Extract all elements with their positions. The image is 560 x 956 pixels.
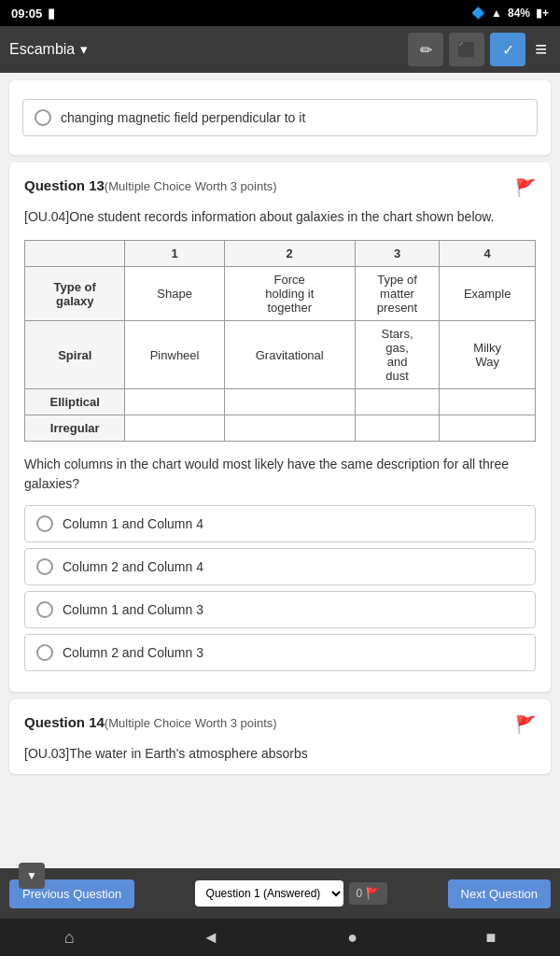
android-square-button[interactable]: ■ (467, 922, 514, 953)
question-14-header: Question 14(Multiple Choice Worth 3 poin… (24, 714, 536, 735)
spiral-force: Gravitational (224, 321, 355, 389)
prev-option-label: changing magnetic field perpendicular to… (61, 110, 305, 125)
question-14-text: [OU.03]The water in Earth's atmosphere a… (24, 744, 536, 764)
galaxy-name-irregular: Irregular (25, 415, 125, 442)
prev-last-option[interactable]: changing magnetic field perpendicular to… (22, 99, 538, 136)
main-content: changing magnetic field perpendicular to… (0, 80, 560, 884)
spiral-matter: Stars,gas,anddust (355, 321, 440, 389)
question-13-title-area: Question 13(Multiple Choice Worth 3 poin… (24, 177, 277, 194)
question-14-subtitle: (Multiple Choice Worth 3 points) (105, 716, 277, 730)
table-col-3: 3 (355, 241, 440, 267)
edit-button[interactable]: ✏ (408, 33, 443, 66)
check-button[interactable]: ✓ (490, 33, 525, 66)
spiral-example: MilkyWay (440, 321, 536, 389)
table-row-irregular: Irregular (25, 415, 536, 442)
radio-option-1[interactable] (36, 515, 53, 532)
circle-icon: ● (347, 928, 357, 947)
question-13-title: Question 13(Multiple Choice Worth 3 poin… (24, 177, 277, 193)
question-14-title: Question 14(Multiple Choice Worth 3 poin… (24, 714, 277, 730)
table-col-2: 2 (224, 241, 355, 267)
table-row-elliptical: Elliptical (25, 389, 536, 415)
hamburger-icon: ≡ (535, 37, 547, 61)
status-bar: 09:05 ▮ 🔷 ▲ 84% ▮+ (0, 0, 560, 26)
galaxy-name-elliptical: Elliptical (25, 389, 125, 415)
nav-title-area: Escambia ▾ (9, 41, 88, 58)
inbox-icon: ⬛ (457, 41, 476, 59)
question-13-card: Question 13(Multiple Choice Worth 3 poin… (9, 162, 551, 692)
radio-option-3[interactable] (36, 601, 53, 618)
option-4-row[interactable]: Column 2 and Column 3 (24, 634, 536, 671)
table-header-example: Example (440, 267, 536, 321)
answered-count: 0 (357, 887, 363, 900)
wifi-icon: ▲ (491, 7, 502, 20)
inbox-button[interactable]: ⬛ (449, 33, 484, 66)
android-back-button[interactable]: ◄ (184, 922, 238, 953)
irregular-matter (355, 415, 440, 442)
table-col-1: 1 (125, 241, 224, 267)
back-icon: ◄ (203, 928, 219, 947)
table-row-spiral: Spiral Pinwheel Gravitational Stars,gas,… (25, 321, 536, 389)
battery-icon: ▮ (48, 6, 55, 21)
edit-icon: ✏ (420, 41, 432, 59)
battery-icon: ▮+ (536, 7, 549, 20)
dropdown-arrow-icon[interactable]: ▾ (80, 41, 88, 58)
top-nav: Escambia ▾ ✏ ⬛ ✓ ≡ (0, 26, 560, 73)
android-circle-button[interactable]: ● (329, 922, 376, 953)
option-2-label: Column 2 and Column 4 (63, 559, 203, 574)
flag-icon-q13[interactable]: 🚩 (515, 177, 536, 198)
table-header-force: Forceholding ittogether (224, 267, 355, 321)
status-bar-right: 🔷 ▲ 84% ▮+ (471, 7, 549, 20)
bottom-nav: Previous Question Question 1 (Answered) … (0, 868, 560, 919)
battery-level: 84% (508, 7, 530, 20)
radio-input-prev[interactable] (35, 109, 51, 126)
bluetooth-icon: 🔷 (471, 7, 485, 20)
answered-badge: 0 🚩 (349, 882, 388, 905)
elliptical-matter (355, 389, 440, 415)
square-icon: ■ (485, 928, 496, 947)
android-nav-bar: ⌂ ◄ ● ■ (0, 919, 560, 956)
flag-icon-q14[interactable]: 🚩 (515, 714, 536, 735)
option-3-row[interactable]: Column 1 and Column 3 (24, 591, 536, 628)
table-corner (25, 241, 125, 267)
irregular-example (440, 415, 536, 442)
question-13-header: Question 13(Multiple Choice Worth 3 poin… (24, 177, 536, 198)
android-home-button[interactable]: ⌂ (46, 922, 93, 953)
option-2-row[interactable]: Column 2 and Column 4 (24, 548, 536, 585)
irregular-force (224, 415, 355, 442)
question-13-prompt: Which columns in the chart would most li… (24, 455, 536, 494)
question-select[interactable]: Question 1 (Answered) (195, 880, 343, 907)
galaxy-table: 1 2 3 4 Type ofgalaxy Shape Forceholding… (24, 240, 536, 442)
next-question-button[interactable]: Next Question (448, 879, 551, 908)
question-14-card: Question 14(Multiple Choice Worth 3 poin… (9, 699, 551, 774)
question-13-text: [OU.04]One student records information a… (24, 207, 536, 227)
galaxy-name-spiral: Spiral (25, 321, 125, 389)
scroll-down-icon: ▼ (26, 869, 37, 882)
menu-button[interactable]: ≡ (531, 34, 551, 65)
time-display: 09:05 (11, 7, 42, 21)
elliptical-example (440, 389, 536, 415)
radio-option-4[interactable] (36, 644, 53, 661)
elliptical-force (224, 389, 355, 415)
table-header-matter: Type ofmatterpresent (355, 267, 440, 321)
table-row-header-galaxy: Type ofgalaxy (25, 267, 125, 321)
check-icon: ✓ (502, 41, 514, 59)
elliptical-shape (125, 389, 224, 415)
flag-badge-icon: 🚩 (366, 887, 380, 900)
question-selector-area: Question 1 (Answered) 0 🚩 (195, 880, 388, 907)
question-13-subtitle: (Multiple Choice Worth 3 points) (105, 179, 277, 193)
radio-option-2[interactable] (36, 558, 53, 575)
option-3-label: Column 1 and Column 3 (63, 602, 203, 617)
option-4-label: Column 2 and Column 3 (63, 645, 203, 660)
table-col-4: 4 (440, 241, 536, 267)
previous-question-card: changing magnetic field perpendicular to… (9, 80, 551, 155)
scroll-hint[interactable]: ▼ (19, 863, 45, 889)
table-header-shape: Shape (125, 267, 224, 321)
app-title: Escambia (9, 41, 75, 58)
nav-actions: ✏ ⬛ ✓ ≡ (408, 33, 551, 66)
irregular-shape (125, 415, 224, 442)
spiral-shape: Pinwheel (125, 321, 224, 389)
option-1-row[interactable]: Column 1 and Column 4 (24, 505, 536, 542)
home-icon: ⌂ (64, 928, 75, 947)
status-bar-left: 09:05 ▮ (11, 6, 55, 21)
option-1-label: Column 1 and Column 4 (63, 516, 203, 531)
